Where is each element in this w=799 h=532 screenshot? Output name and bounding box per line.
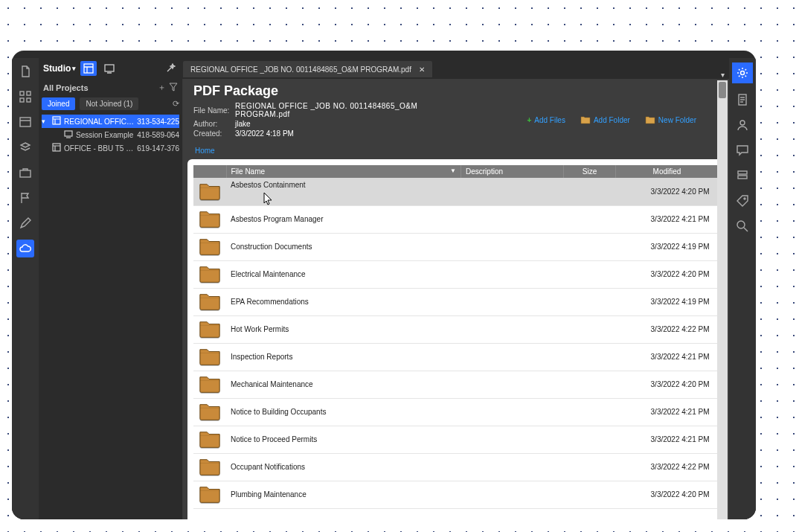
tag-icon[interactable] bbox=[734, 192, 751, 210]
refresh-icon[interactable]: ⟳ bbox=[173, 99, 179, 109]
col-description[interactable]: Description bbox=[461, 165, 564, 178]
folder-icon bbox=[199, 484, 221, 504]
cell-modified: 3/3/2022 4:20 PM bbox=[616, 178, 719, 205]
cell-modified: 3/3/2022 4:21 PM bbox=[616, 398, 719, 426]
file-icon[interactable] bbox=[16, 63, 34, 80]
tab-not-joined[interactable]: Not Joined (1) bbox=[80, 97, 138, 110]
projects-view-icon[interactable] bbox=[80, 61, 97, 76]
tab-overflow-chevron[interactable]: ▾ bbox=[721, 71, 725, 79]
magic-wand-icon[interactable] bbox=[162, 61, 179, 76]
pencil-icon[interactable] bbox=[16, 214, 34, 232]
col-size[interactable]: Size bbox=[564, 165, 616, 178]
add-folder-button[interactable]: Add Folder bbox=[580, 115, 630, 124]
tree-item[interactable]: Session Example418-589-064 bbox=[42, 128, 179, 141]
tree-item-id: 313-534-225 bbox=[137, 118, 179, 126]
table-row[interactable]: Occupant Notifications3/3/2022 4:22 PM bbox=[193, 453, 719, 481]
table-row[interactable]: Hot Work Permits3/3/2022 4:22 PM bbox=[193, 315, 719, 343]
col-modified[interactable]: Modified bbox=[616, 165, 719, 178]
comment-icon[interactable] bbox=[734, 141, 751, 159]
folder-icon bbox=[199, 346, 221, 367]
cell-description bbox=[461, 315, 564, 343]
table-row[interactable]: Mechanical Maintenance3/3/2022 4:20 PM bbox=[193, 371, 719, 398]
tab-title: REGIONAL OFFICE _JOB NO. 0011484865_O&M … bbox=[190, 65, 411, 74]
cell-filename: Construction Documents bbox=[226, 233, 461, 260]
user-icon[interactable] bbox=[734, 116, 751, 134]
add-project-icon[interactable]: ＋ bbox=[158, 82, 166, 93]
folder-icon bbox=[199, 208, 221, 229]
cell-size bbox=[564, 233, 616, 260]
cell-size bbox=[564, 426, 616, 453]
table-row[interactable]: Asbestos Containment3/3/2022 4:20 PM bbox=[193, 178, 719, 205]
file-list-table: File Name Description Size Modified Asbe… bbox=[193, 165, 719, 509]
filter-icon[interactable] bbox=[169, 83, 178, 93]
stacked-icon[interactable] bbox=[734, 167, 751, 185]
layers-icon[interactable] bbox=[16, 138, 34, 156]
folder-icon bbox=[199, 401, 221, 422]
tree-item[interactable]: ▾REGIONAL OFFICE TER...313-534-225 bbox=[42, 115, 179, 128]
cell-filename: Inspection Reports bbox=[226, 343, 461, 371]
projects-panel: All Projects ＋ Joined Not Joined (1) ⟳ ▾… bbox=[39, 79, 183, 519]
table-row[interactable]: Asbestos Program Manager3/3/2022 4:21 PM bbox=[193, 205, 719, 233]
svg-rect-0 bbox=[20, 92, 24, 95]
svg-rect-2 bbox=[20, 98, 24, 102]
meta-created-value: 3/3/2022 4:18 PM bbox=[235, 129, 436, 138]
main-content: PDF Package File Name: REGIONAL OFFICE _… bbox=[183, 79, 729, 519]
col-icon[interactable] bbox=[193, 165, 226, 178]
cell-size bbox=[564, 205, 616, 233]
cell-filename: EPA Recommendations bbox=[226, 288, 461, 315]
meta-filename-value: REGIONAL OFFICE _JOB NO. 0011484865_O&M … bbox=[235, 102, 436, 118]
main-scrollbar[interactable] bbox=[717, 80, 728, 519]
cell-size bbox=[564, 453, 616, 481]
cell-size bbox=[564, 398, 616, 426]
project-icon bbox=[52, 143, 61, 153]
cell-description bbox=[461, 178, 564, 205]
panel-title: All Projects bbox=[43, 83, 89, 92]
cell-modified: 3/3/2022 4:19 PM bbox=[616, 233, 719, 260]
cell-description bbox=[461, 343, 564, 371]
tree-item[interactable]: OFFICE - BBU T5 Job No...619-147-376 bbox=[42, 141, 179, 155]
svg-rect-6 bbox=[84, 64, 93, 73]
tab-joined[interactable]: Joined bbox=[42, 97, 75, 110]
document-tab[interactable]: REGIONAL OFFICE _JOB NO. 0011484865_O&M … bbox=[183, 61, 432, 77]
cloud-icon[interactable] bbox=[16, 240, 34, 257]
close-icon[interactable]: ✕ bbox=[419, 65, 425, 74]
table-row[interactable]: Notice to Building Occupants3/3/2022 4:2… bbox=[193, 398, 719, 426]
search-icon[interactable] bbox=[734, 217, 751, 235]
new-folder-button[interactable]: New Folder bbox=[645, 115, 696, 124]
sessions-view-icon[interactable] bbox=[101, 61, 118, 76]
add-files-button[interactable]: +Add Files bbox=[527, 116, 565, 124]
svg-rect-9 bbox=[65, 131, 72, 136]
svg-point-11 bbox=[741, 71, 745, 75]
cell-filename: Electrical Maintenance bbox=[226, 260, 461, 288]
flag-icon[interactable] bbox=[16, 189, 34, 207]
briefcase-icon[interactable] bbox=[16, 164, 34, 182]
cell-filename: Asbestos Containment bbox=[226, 178, 461, 205]
folder-icon bbox=[199, 318, 221, 339]
doc-icon[interactable] bbox=[734, 91, 751, 109]
cell-size bbox=[564, 371, 616, 398]
folder-icon bbox=[199, 291, 221, 312]
tree-item-label: REGIONAL OFFICE TER... bbox=[64, 118, 134, 126]
cell-modified: 3/3/2022 4:20 PM bbox=[616, 481, 719, 508]
tree-item-label: OFFICE - BBU T5 Job No... bbox=[64, 144, 134, 153]
cell-filename: Plumbing Maintenance bbox=[226, 481, 461, 508]
table-row[interactable]: Notice to Proceed Permits3/3/2022 4:21 P… bbox=[193, 426, 719, 453]
cell-description bbox=[461, 260, 564, 288]
breadcrumb[interactable]: Home bbox=[183, 144, 729, 159]
table-row[interactable]: Inspection Reports3/3/2022 4:21 PM bbox=[193, 343, 719, 371]
studio-menu[interactable]: Studio▾ bbox=[43, 63, 76, 74]
grid-icon[interactable] bbox=[16, 88, 34, 106]
cell-size bbox=[564, 288, 616, 315]
meta-author-label: Author: bbox=[193, 120, 235, 128]
cell-modified: 3/3/2022 4:20 PM bbox=[616, 260, 719, 288]
cell-size bbox=[564, 481, 616, 508]
tree-item-id: 619-147-376 bbox=[137, 144, 179, 153]
table-row[interactable]: EPA Recommendations3/3/2022 4:19 PM bbox=[193, 288, 719, 315]
col-filename[interactable]: File Name bbox=[226, 165, 461, 178]
table-row[interactable]: Plumbing Maintenance3/3/2022 4:20 PM bbox=[193, 481, 719, 508]
table-row[interactable]: Construction Documents3/3/2022 4:19 PM bbox=[193, 233, 719, 260]
table-row[interactable]: Electrical Maintenance3/3/2022 4:20 PM bbox=[193, 260, 719, 288]
markup-icon[interactable] bbox=[16, 113, 34, 131]
session-icon bbox=[64, 129, 73, 140]
settings-gear-icon[interactable] bbox=[732, 63, 753, 83]
